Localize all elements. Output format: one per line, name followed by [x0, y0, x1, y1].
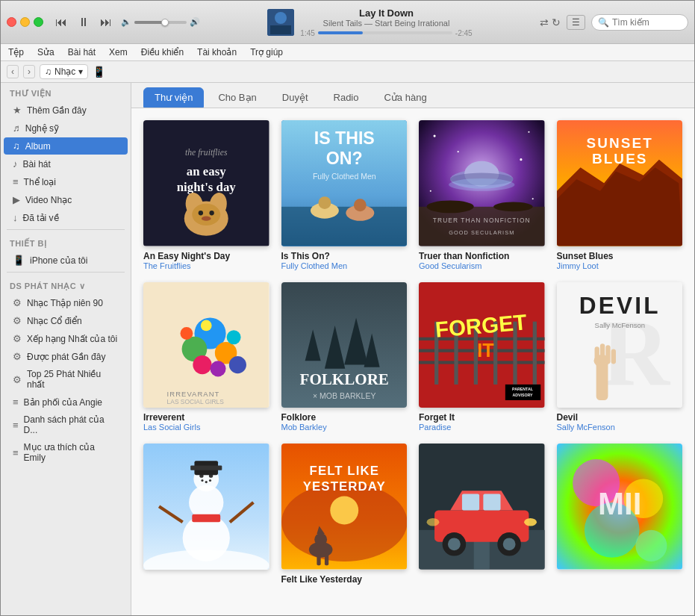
- album-card-sunset-blues[interactable]: SUNSET BLUES Sunset Blues Jimmy Loot: [557, 120, 683, 270]
- svg-text:TRUER THAN NONFICTION: TRUER THAN NONFICTION: [433, 217, 531, 224]
- album-card-forget-it[interactable]: FORGET IT PARENTAL ADVISORY Forget It Pa…: [419, 282, 545, 432]
- search-input[interactable]: [612, 17, 679, 28]
- svg-text:FELT LIKE: FELT LIKE: [309, 464, 378, 478]
- menu-tep[interactable]: Tệp: [7, 46, 25, 58]
- fast-forward-button[interactable]: ⏭: [97, 14, 115, 31]
- close-button[interactable]: [7, 17, 16, 27]
- track-artist-album: Silent Tails — Start Being Irrational: [300, 19, 472, 28]
- sidebar-item-bai-hat[interactable]: ♪ Bài hát: [4, 155, 128, 172]
- tab-radio[interactable]: Radio: [322, 87, 370, 108]
- sidebar-label-nhac-thap-nien-90: Nhạc Thập niên 90: [27, 298, 103, 308]
- svg-point-17: [318, 196, 331, 209]
- list-icon-3: ≡: [13, 447, 19, 458]
- sidebar-item-danh-sach-d[interactable]: ≡ Danh sách phát của D...: [4, 411, 128, 438]
- menu-tai-khoan[interactable]: Tài khoản: [196, 46, 238, 58]
- album-card-is-this-on[interactable]: IS THIS ON? Fully Clothed Men Is This On…: [281, 120, 408, 270]
- album-card-devil[interactable]: R DEVIL Sally McFenson: [557, 282, 683, 432]
- svg-text:LAS SOCIAL GIRLS: LAS SOCIAL GIRLS: [167, 398, 225, 405]
- sidebar-item-video-nhac[interactable]: ▶ Video Nhạc: [4, 191, 128, 208]
- album-cover-sunset-blues: SUNSET BLUES: [557, 120, 683, 246]
- svg-point-10: [192, 204, 220, 225]
- menu-xem[interactable]: Xem: [107, 46, 129, 58]
- sidebar-item-muc-ua-thich[interactable]: ≡ Mục ưa thích của Emily: [4, 439, 128, 466]
- play-pause-button[interactable]: ⏸: [75, 14, 93, 31]
- album-name-irreverent: Irreverent: [143, 412, 269, 423]
- svg-point-27: [449, 178, 514, 191]
- sidebar-item-da-tai-ve[interactable]: ↓ Đã tải về: [4, 209, 128, 226]
- svg-point-105: [330, 497, 358, 525]
- progress-track[interactable]: [318, 31, 452, 34]
- svg-text:× MOB BARKLEY: × MOB BARKLEY: [313, 391, 375, 399]
- svg-point-52: [201, 320, 212, 331]
- device-display-button[interactable]: 📱: [93, 66, 105, 78]
- maximize-button[interactable]: [34, 17, 43, 27]
- track-info: Lay It Down Silent Tails — Start Being I…: [300, 7, 472, 37]
- album-card-folklore[interactable]: FOLKLORE × MOB BARKLEY Folklore Mob Bark…: [281, 282, 408, 432]
- album-card-easy-nights-day[interactable]: the fruitflies an easy night's day: [143, 120, 269, 270]
- svg-rect-83: [599, 343, 604, 364]
- album-name-forget-it: Forget It: [419, 412, 545, 423]
- svg-rect-111: [317, 553, 320, 565]
- volume-track[interactable]: [134, 21, 187, 24]
- svg-text:an easy: an easy: [187, 164, 226, 178]
- sidebar-item-nghe-si[interactable]: ♬ Nghệ sỹ: [4, 119, 128, 137]
- svg-text:IRREVARANT: IRREVARANT: [167, 389, 220, 397]
- album-card-colorful[interactable]: MΙΙ: [557, 444, 683, 585]
- sidebar-item-xep-hang[interactable]: ⚙ Xếp hạng Nhất của tôi: [4, 330, 128, 347]
- sidebar-item-them-gan-day[interactable]: ★ Thêm Gần đây: [4, 102, 128, 119]
- track-title: Lay It Down: [300, 7, 472, 19]
- forward-button[interactable]: ›: [23, 65, 35, 78]
- sidebar-label-xep-hang: Xếp hạng Nhất của tôi: [27, 334, 117, 344]
- svg-point-95: [201, 479, 203, 482]
- sidebar-item-album[interactable]: ♫ Album: [4, 137, 128, 155]
- svg-rect-15: [281, 207, 408, 246]
- svg-rect-34: [419, 207, 545, 246]
- album-name-folklore: Folklore: [281, 412, 408, 423]
- tab-cua-hang[interactable]: Cửa hàng: [373, 87, 437, 108]
- chevron-down-icon: ▾: [78, 66, 83, 77]
- sidebar-item-iphone[interactable]: 📱 iPhone của tôi: [4, 252, 128, 269]
- sidebar-item-ban-phoi-angie[interactable]: ≡ Bản phối của Angie: [4, 393, 128, 411]
- sidebar-item-nhac-co-dien[interactable]: ⚙ Nhạc Cổ điển: [4, 312, 128, 329]
- menu-bai-hat[interactable]: Bài hát: [66, 46, 97, 58]
- sidebar-label-nghe-si: Nghệ sỹ: [25, 123, 59, 134]
- volume-control: 🔈 🔊: [121, 17, 200, 27]
- list-view-button[interactable]: ☰: [567, 15, 585, 30]
- menu-tro-giup[interactable]: Trợ giúp: [249, 46, 284, 58]
- back-button[interactable]: ‹: [7, 65, 19, 78]
- album-cover-truer-than-nonfiction: TRUER THAN NONFICTION GOOD SECULARISM: [419, 120, 545, 246]
- album-card-felt-like-yesterday[interactable]: FELT LIKE YESTERDAY Felt Like Yesterday: [281, 444, 408, 585]
- svg-point-97: [209, 479, 211, 482]
- tabs-bar: Thư viện Cho Bạn Duyệt Radio Cửa hàng: [131, 83, 694, 108]
- svg-text:IT: IT: [477, 340, 494, 361]
- rewind-button[interactable]: ⏮: [52, 14, 70, 31]
- repeat-button[interactable]: ↻: [552, 16, 561, 28]
- tab-duyet[interactable]: Duyệt: [271, 87, 320, 108]
- tab-cho-ban[interactable]: Cho Bạn: [207, 87, 267, 108]
- sidebar-item-the-loai[interactable]: ≡ Thể loại: [4, 173, 128, 190]
- menu-sua[interactable]: Sửa: [36, 46, 56, 58]
- menu-dieu-khien[interactable]: Điều khiển: [140, 46, 185, 58]
- library-selector[interactable]: ♫ Nhạc ▾: [40, 64, 88, 79]
- main-content: Thư viện ★ Thêm Gần đây ♬ Nghệ sỹ ♫ Albu…: [1, 83, 694, 615]
- album-cover-easy-nights-day: the fruitflies an easy night's day: [143, 120, 269, 246]
- svg-point-125: [427, 518, 440, 526]
- svg-point-48: [193, 355, 211, 373]
- minimize-button[interactable]: [20, 17, 30, 27]
- shuffle-button[interactable]: ⇄: [540, 16, 549, 28]
- album-name-felt-like-yesterday: Felt Like Yesterday: [281, 574, 408, 585]
- album-card-truer-than-nonfiction[interactable]: TRUER THAN NONFICTION GOOD SECULARISM Tr…: [419, 120, 545, 270]
- album-cover-folklore: FOLKLORE × MOB BARKLEY: [281, 282, 408, 408]
- svg-point-124: [524, 518, 537, 526]
- svg-point-50: [180, 327, 193, 340]
- album-artist-truer-than-nonfiction: Good Secularism: [419, 261, 545, 270]
- sidebar-item-duoc-phat[interactable]: ⚙ Được phát Gần đây: [4, 348, 128, 365]
- album-card-irreverent[interactable]: IRREVARANT LAS SOCIAL GIRLS Irreverent L…: [143, 282, 269, 432]
- album-card-snowman[interactable]: [143, 444, 269, 585]
- svg-point-121: [448, 538, 461, 550]
- sidebar-item-nhac-thap-nien-90[interactable]: ⚙ Nhạc Thập niên 90: [4, 294, 128, 311]
- album-name-easy-nights-day: An Easy Night's Day: [143, 251, 269, 261]
- album-card-car[interactable]: [419, 444, 545, 585]
- sidebar-item-top-25[interactable]: ⚙ Top 25 Phát Nhiều nhất: [4, 366, 128, 393]
- tab-thu-vien[interactable]: Thư viện: [143, 87, 204, 108]
